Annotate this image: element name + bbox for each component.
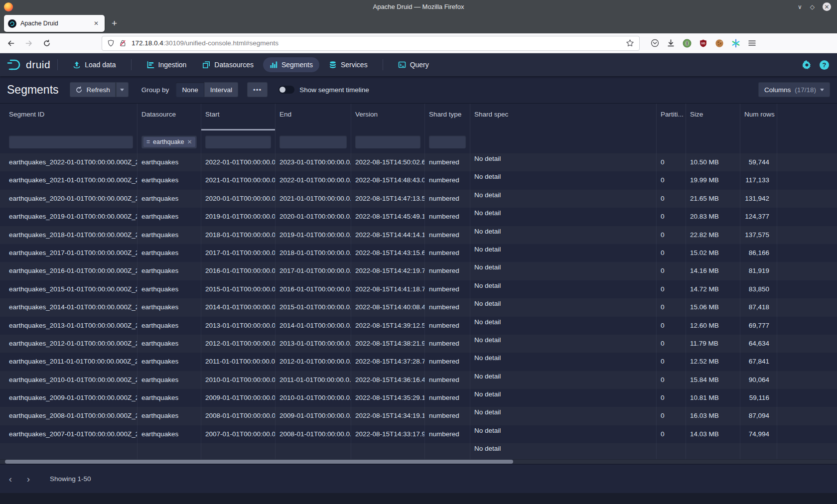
table-row[interactable]: earthquakes_2021-01-01T00:00:00.000Z_2..… xyxy=(0,171,837,189)
bookmark-star-icon[interactable] xyxy=(626,39,634,47)
column-header-num_rows[interactable]: Num rows xyxy=(740,104,777,130)
table-row[interactable]: earthquakes_2010-01-01T00:00:00.000Z_2..… xyxy=(0,371,837,389)
tab-close-icon[interactable]: ✕ xyxy=(92,19,101,28)
cell-version: 2022-08-15T14:40:08.4... xyxy=(351,298,425,316)
table-row[interactable]: earthquakes_2012-01-01T00:00:00.000Z_2..… xyxy=(0,335,837,353)
columns-button[interactable]: Columns (17/18) xyxy=(758,82,830,97)
horizontal-scrollbar[interactable] xyxy=(0,459,837,464)
cell-num_rows: 131,942 xyxy=(740,190,777,208)
cell-shard_type: numbered xyxy=(425,389,470,407)
column-header-segment_id[interactable]: Segment ID xyxy=(5,104,138,130)
column-header-size[interactable]: Size xyxy=(686,104,740,130)
group-by-interval-button[interactable]: Interval xyxy=(204,82,238,97)
window-minimize-icon[interactable]: ∨ xyxy=(798,3,802,10)
column-header-shard_type[interactable]: Shard type xyxy=(425,104,470,130)
insecure-lock-icon[interactable] xyxy=(119,39,127,47)
filter-cell-version xyxy=(351,130,425,153)
column-header-datasource[interactable]: Datasource xyxy=(138,104,201,130)
tab-strip: Apache Druid ✕ + xyxy=(0,13,837,33)
filter-input-segment_id[interactable] xyxy=(9,135,133,148)
url-bar[interactable]: 172.18.0.4:30109/unified-console.html#se… xyxy=(102,36,640,51)
filter-cell-partition xyxy=(657,130,686,153)
table-row[interactable]: earthquakes_2015-01-01T00:00:00.000Z_2..… xyxy=(0,280,837,298)
table-row[interactable]: earthquakes_2020-01-01T00:00:00.000Z_2..… xyxy=(0,190,837,208)
settings-gear-icon[interactable] xyxy=(802,60,812,70)
refresh-button[interactable]: Refresh xyxy=(70,82,116,97)
table-row[interactable]: earthquakes_2008-01-01T00:00:00.000Z_2..… xyxy=(0,407,837,425)
column-header-partition[interactable]: Partiti... xyxy=(657,104,686,130)
reload-button-icon[interactable] xyxy=(40,36,54,50)
privacy-badger-extension-icon[interactable] xyxy=(683,39,692,48)
datasource-filter-tag[interactable]: =earthquake✕ xyxy=(143,137,195,147)
group-by-none-button[interactable]: None xyxy=(176,82,204,97)
table-row[interactable]: earthquakes_2011-01-01T00:00:00.000Z_2..… xyxy=(0,353,837,371)
column-header-shard_spec[interactable]: Shard spec xyxy=(470,104,657,130)
cell-segment_id xyxy=(5,443,138,459)
refresh-options-button[interactable] xyxy=(116,82,129,97)
hamburger-menu-icon[interactable] xyxy=(748,39,756,47)
table-row[interactable]: earthquakes_2018-01-01T00:00:00.000Z_2..… xyxy=(0,226,837,244)
cell-end: 2009-01-01T00:00:00.0... xyxy=(276,407,351,425)
cell-num_rows: 87,094 xyxy=(740,407,777,425)
previous-page-button[interactable]: ‹ xyxy=(3,472,18,487)
column-header-end[interactable]: End xyxy=(276,104,351,130)
nav-query[interactable]: Query xyxy=(392,57,435,72)
cell-version xyxy=(351,443,425,459)
nav-segments[interactable]: Segments xyxy=(263,57,319,72)
cell-start: 2014-01-01T00:00:00.0... xyxy=(201,298,276,316)
table-row[interactable]: earthquakes_2014-01-01T00:00:00.000Z_2..… xyxy=(0,298,837,316)
cell-num_rows: 69,777 xyxy=(740,317,777,335)
cell-start: 2015-01-01T00:00:00.0... xyxy=(201,280,276,298)
cell-size: 12.60 MB xyxy=(686,317,740,335)
segment-timeline-toggle[interactable] xyxy=(279,86,294,94)
druid-logo[interactable]: druid xyxy=(7,58,50,71)
table-row[interactable]: No detail xyxy=(0,443,837,459)
table-row[interactable]: earthquakes_2009-01-01T00:00:00.000Z_2..… xyxy=(0,389,837,407)
browser-tab[interactable]: Apache Druid ✕ xyxy=(4,15,105,32)
table-row[interactable]: earthquakes_2013-01-01T00:00:00.000Z_2..… xyxy=(0,317,837,335)
table-row[interactable]: earthquakes_2007-01-01T00:00:00.000Z_2..… xyxy=(0,425,837,443)
cell-start: 2013-01-01T00:00:00.0... xyxy=(201,317,276,335)
filter-input-datasource[interactable]: =earthquake✕ xyxy=(141,135,197,148)
multi-account-containers-extension-icon[interactable] xyxy=(731,39,740,48)
toggle-knob xyxy=(279,87,285,93)
cell-partition: 0 xyxy=(657,335,686,353)
window-maximize-icon[interactable]: ◇ xyxy=(810,3,815,10)
filter-input-version[interactable] xyxy=(355,135,420,148)
table-row[interactable]: earthquakes_2019-01-01T00:00:00.000Z_2..… xyxy=(0,208,837,226)
scrollbar-thumb[interactable] xyxy=(5,460,513,464)
help-icon[interactable]: ? xyxy=(820,60,829,70)
column-header-version[interactable]: Version xyxy=(351,104,425,130)
ublock-extension-icon[interactable]: UO xyxy=(699,39,707,48)
column-header-start[interactable]: Start xyxy=(201,104,276,130)
cell-version: 2022-08-15T14:47:13.5... xyxy=(351,190,425,208)
table-row[interactable]: earthquakes_2016-01-01T00:00:00.000Z_2..… xyxy=(0,262,837,280)
pocket-icon[interactable] xyxy=(651,39,659,47)
query-icon xyxy=(398,61,406,69)
filter-input-shard_type[interactable] xyxy=(429,135,466,148)
next-page-button[interactable]: › xyxy=(21,472,36,487)
nav-load-data[interactable]: Load data xyxy=(66,57,122,72)
shield-permissions-icon[interactable] xyxy=(107,39,115,47)
downloads-icon[interactable] xyxy=(667,39,675,47)
nav-services[interactable]: Services xyxy=(322,57,374,72)
cell-partition: 0 xyxy=(657,371,686,389)
cell-segment_id: earthquakes_2008-01-01T00:00:00.000Z_2..… xyxy=(5,407,138,425)
new-tab-button[interactable]: + xyxy=(112,18,117,29)
cell-datasource: earthquakes xyxy=(138,171,201,189)
table-row[interactable]: earthquakes_2022-01-01T00:00:00.000Z_2..… xyxy=(0,153,837,171)
more-options-button[interactable]: ••• xyxy=(247,82,268,97)
filter-input-start[interactable] xyxy=(205,135,271,148)
nav-ingestion[interactable]: Ingestion xyxy=(140,57,193,72)
forward-button-icon[interactable] xyxy=(22,36,36,50)
filter-remove-icon[interactable]: ✕ xyxy=(187,138,192,145)
filter-input-end[interactable] xyxy=(279,135,347,148)
nav-datasources[interactable]: Datasources xyxy=(196,57,260,72)
druid-logo-icon xyxy=(7,58,22,71)
back-button-icon[interactable] xyxy=(4,36,18,50)
cell-shard_spec: No detail xyxy=(470,353,657,371)
cookie-extension-icon[interactable] xyxy=(715,39,724,48)
cell-partition: 0 xyxy=(657,208,686,226)
table-row[interactable]: earthquakes_2017-01-01T00:00:00.000Z_2..… xyxy=(0,244,837,262)
window-close-icon[interactable]: ✕ xyxy=(823,2,831,11)
